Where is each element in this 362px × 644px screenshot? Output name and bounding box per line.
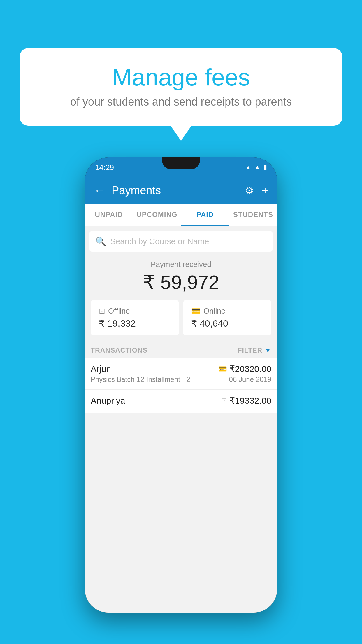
payment-received-section: Payment received ₹ 59,972 ⊡ Offline ₹ 19…	[85, 252, 277, 341]
app-bar-title: Payments	[112, 184, 245, 197]
transaction-amount: ₹20320.00	[229, 364, 271, 374]
transaction-item[interactable]: Anupriya ⊡ ₹19332.00	[85, 390, 277, 413]
online-payment-card: 💳 Online ₹ 40,640	[183, 300, 271, 335]
screen: ← Payments ⚙ + UNPAID UPCOMING PAID	[85, 177, 277, 612]
signal-icon: ▲	[254, 164, 261, 171]
search-input[interactable]: Search by Course or Name	[110, 237, 209, 246]
battery-icon: ▮	[263, 164, 267, 171]
transaction-row2: Physics Batch 12 Installment - 2 06 June…	[91, 375, 271, 384]
payment-received-amount: ₹ 59,972	[91, 271, 271, 294]
transaction-name: Arjun	[91, 364, 111, 374]
rupee-icon: ⊡	[221, 397, 227, 405]
transaction-amount-wrap: 💳 ₹20320.00	[218, 364, 271, 374]
app-bar: ← Payments ⚙ +	[85, 177, 277, 204]
offline-card-header: ⊡ Offline	[99, 307, 171, 316]
offline-label: Offline	[108, 307, 130, 316]
status-bar: 14:29 ▲ ▲ ▮	[85, 158, 277, 177]
online-card-header: 💳 Online	[191, 307, 263, 316]
transaction-list: Arjun 💳 ₹20320.00 Physics Batch 12 Insta…	[85, 358, 277, 413]
wifi-icon: ▲	[245, 164, 251, 171]
card-icon: 💳	[218, 365, 227, 373]
online-amount: ₹ 40,640	[191, 318, 263, 329]
transaction-name: Anupriya	[91, 396, 125, 406]
phone: 14:29 ▲ ▲ ▮ ← Payments ⚙ + UN	[85, 158, 277, 612]
offline-amount: ₹ 19,332	[99, 318, 171, 329]
transaction-date: 06 June 2019	[229, 375, 271, 384]
transaction-course: Physics Batch 12 Installment - 2	[91, 375, 190, 384]
transaction-amount: ₹19332.00	[229, 396, 271, 406]
background: Manage fees of your students and send re…	[0, 0, 362, 644]
speech-bubble: Manage fees of your students and send re…	[20, 48, 342, 126]
offline-payment-card: ⊡ Offline ₹ 19,332	[91, 300, 179, 335]
payment-received-label: Payment received	[91, 260, 271, 269]
tab-upcoming[interactable]: UPCOMING	[133, 204, 181, 226]
add-button[interactable]: +	[262, 184, 268, 197]
tab-paid[interactable]: PAID	[181, 204, 229, 226]
tab-unpaid[interactable]: UNPAID	[85, 204, 133, 226]
tabs: UNPAID UPCOMING PAID STUDENTS	[85, 204, 277, 226]
transactions-label: TRANSACTIONS	[91, 346, 147, 354]
online-icon: 💳	[191, 307, 201, 316]
transactions-header: TRANSACTIONS FILTER ▼	[85, 341, 277, 358]
notch	[162, 158, 200, 169]
back-button[interactable]: ←	[94, 183, 106, 197]
filter-icon: ▼	[265, 347, 271, 354]
transaction-row1: Arjun 💳 ₹20320.00	[91, 364, 271, 374]
status-icons: ▲ ▲ ▮	[245, 164, 267, 171]
filter-button[interactable]: FILTER ▼	[238, 346, 271, 354]
status-time: 14:29	[95, 163, 114, 172]
search-icon: 🔍	[95, 236, 106, 246]
offline-icon: ⊡	[99, 307, 105, 316]
speech-bubble-title: Manage fees	[37, 64, 325, 90]
speech-bubble-subtitle: of your students and send receipts to pa…	[37, 96, 325, 108]
transaction-row1: Anupriya ⊡ ₹19332.00	[91, 396, 271, 406]
tab-students[interactable]: STUDENTS	[229, 204, 277, 226]
online-label: Online	[203, 307, 225, 316]
transaction-amount-wrap: ⊡ ₹19332.00	[221, 396, 271, 406]
transaction-item[interactable]: Arjun 💳 ₹20320.00 Physics Batch 12 Insta…	[85, 358, 277, 390]
payment-cards: ⊡ Offline ₹ 19,332 💳 Online ₹ 40,640	[91, 300, 271, 335]
app-bar-actions: ⚙ +	[245, 184, 268, 197]
settings-icon[interactable]: ⚙	[245, 185, 254, 196]
search-bar[interactable]: 🔍 Search by Course or Name	[89, 231, 273, 252]
